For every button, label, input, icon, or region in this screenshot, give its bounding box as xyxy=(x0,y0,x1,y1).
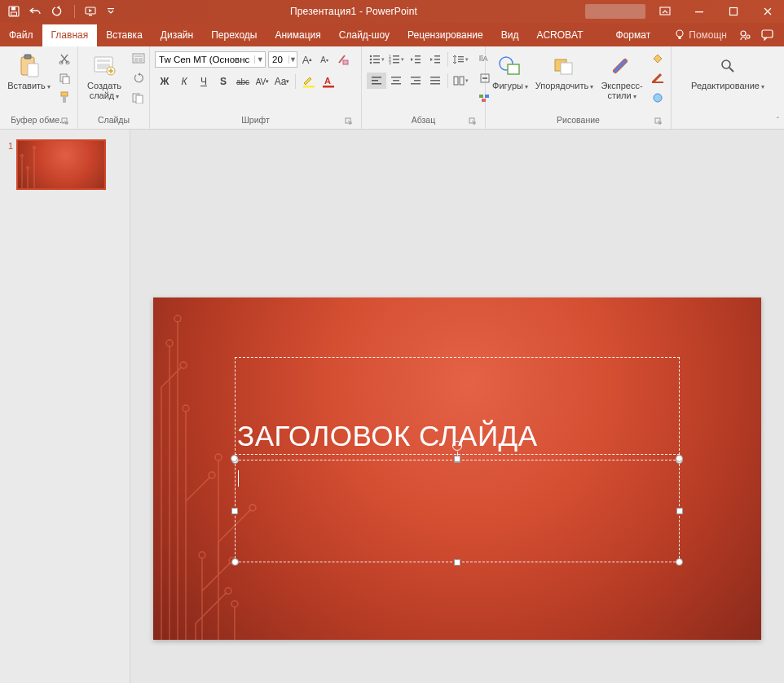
tab-review[interactable]: Рецензирование xyxy=(399,24,492,46)
increase-indent-icon[interactable] xyxy=(425,51,445,68)
line-spacing-icon[interactable] xyxy=(451,51,470,68)
numbering-icon[interactable]: 123 xyxy=(386,51,406,68)
editing-button[interactable]: Редактирование xyxy=(687,51,769,94)
svg-point-100 xyxy=(180,362,187,368)
arrange-button[interactable]: Упорядочить xyxy=(535,51,594,94)
resize-handle[interactable] xyxy=(231,558,239,566)
quick-styles-button[interactable]: Экспресс- стили xyxy=(599,51,645,104)
close-icon[interactable] xyxy=(753,0,782,23)
title-right xyxy=(585,0,784,23)
bold-button[interactable]: Ж xyxy=(155,73,174,90)
tab-animation[interactable]: Анимация xyxy=(266,24,329,46)
char-spacing-button[interactable]: AV ▾ xyxy=(253,73,272,90)
slide-canvas[interactable]: ЗАГОЛОВОК СЛАЙДА xyxy=(130,130,784,683)
font-size-combo[interactable]: ▼ xyxy=(268,51,297,68)
share-icon[interactable] xyxy=(735,25,755,45)
svg-point-89 xyxy=(21,155,24,157)
qat-customize-icon[interactable] xyxy=(106,4,116,19)
resize-handle[interactable] xyxy=(676,455,683,462)
title-placeholder[interactable]: ЗАГОЛОВОК СЛАЙДА xyxy=(235,357,680,455)
align-center-icon[interactable] xyxy=(386,73,406,89)
thumbnail-preview[interactable] xyxy=(16,139,106,190)
highlight-color-button[interactable] xyxy=(299,73,319,90)
comments-icon[interactable] xyxy=(758,25,777,45)
tab-slideshow[interactable]: Слайд-шоу xyxy=(330,24,399,46)
cut-icon[interactable] xyxy=(56,51,73,66)
find-icon xyxy=(720,53,736,79)
undo-icon[interactable] xyxy=(29,4,43,19)
tab-view[interactable]: Вид xyxy=(492,24,528,46)
format-painter-icon[interactable] xyxy=(56,90,73,105)
text-shadow-button[interactable]: S xyxy=(214,73,233,90)
new-slide-button[interactable]: Создать слайд xyxy=(83,51,126,104)
font-size-input[interactable] xyxy=(269,55,288,64)
subtitle-placeholder[interactable] xyxy=(235,460,680,562)
decrease-indent-icon[interactable] xyxy=(406,51,425,68)
chevron-down-icon[interactable]: ▼ xyxy=(254,55,265,64)
resize-handle[interactable] xyxy=(676,558,683,566)
svg-text:A: A xyxy=(324,76,331,86)
resize-handle[interactable] xyxy=(231,508,238,514)
tab-transitions[interactable]: Переходы xyxy=(202,24,266,46)
copy-icon[interactable] xyxy=(56,71,73,86)
shapes-button[interactable]: Фигуры xyxy=(491,51,530,94)
svg-point-98 xyxy=(215,454,222,460)
change-case-button[interactable]: Aa▾ xyxy=(272,73,292,90)
clear-formatting-icon[interactable] xyxy=(334,51,352,68)
save-icon[interactable] xyxy=(7,4,21,19)
paste-label: Вставить xyxy=(7,81,51,92)
tab-acrobat[interactable]: ACROBAT xyxy=(527,24,592,46)
svg-point-92 xyxy=(166,340,173,346)
shape-fill-icon[interactable] xyxy=(650,51,666,66)
tab-design[interactable]: Дизайн xyxy=(152,24,202,46)
layout-icon[interactable] xyxy=(129,51,150,66)
tell-me[interactable]: Помощн xyxy=(670,29,732,41)
slide[interactable]: ЗАГОЛОВОК СЛАЙДА xyxy=(153,297,761,640)
dialog-launcher-icon[interactable] xyxy=(654,117,664,127)
chevron-down-icon[interactable]: ▼ xyxy=(288,55,297,64)
resize-handle[interactable] xyxy=(676,508,683,514)
dialog-launcher-icon[interactable] xyxy=(345,117,355,127)
svg-rect-35 xyxy=(303,86,315,88)
svg-rect-34 xyxy=(343,60,348,64)
resize-handle[interactable] xyxy=(231,455,238,462)
dialog-launcher-icon[interactable] xyxy=(61,117,71,127)
bullets-icon[interactable] xyxy=(367,51,386,68)
font-name-input[interactable] xyxy=(156,55,254,64)
workspace: 1 xyxy=(0,130,784,683)
rotate-handle-icon[interactable] xyxy=(452,441,462,451)
tab-file[interactable]: Файл xyxy=(0,24,42,46)
columns-icon[interactable] xyxy=(451,73,470,89)
italic-button[interactable]: К xyxy=(174,73,194,90)
section-icon[interactable] xyxy=(129,90,150,105)
svg-rect-13 xyxy=(762,30,773,37)
dialog-launcher-icon[interactable] xyxy=(469,117,478,127)
shrink-font-icon[interactable]: A▾ xyxy=(317,51,332,68)
ribbon-display-options-icon[interactable] xyxy=(650,0,680,23)
paste-button[interactable]: Вставить xyxy=(5,51,53,94)
resize-handle[interactable] xyxy=(454,559,460,566)
underline-button[interactable]: Ч xyxy=(194,73,214,90)
redo-icon[interactable] xyxy=(51,4,65,19)
justify-icon[interactable] xyxy=(425,73,445,89)
user-account[interactable] xyxy=(585,4,645,19)
font-name-combo[interactable]: ▼ xyxy=(155,51,266,68)
grow-font-icon[interactable]: A▴ xyxy=(300,51,315,68)
strikethrough-button[interactable]: abc xyxy=(233,73,253,90)
align-right-icon[interactable] xyxy=(406,73,425,89)
minimize-icon[interactable] xyxy=(685,0,714,23)
slide-thumbnail-1[interactable]: 1 xyxy=(8,139,121,190)
shape-outline-icon[interactable] xyxy=(650,71,666,86)
reset-icon[interactable] xyxy=(129,71,150,86)
maximize-icon[interactable] xyxy=(719,0,748,23)
tab-format[interactable]: Формат xyxy=(607,24,660,46)
resize-handle[interactable] xyxy=(454,456,460,462)
align-left-icon[interactable] xyxy=(367,73,386,89)
collapse-ribbon-icon[interactable]: ˆ xyxy=(777,117,779,126)
start-from-beginning-icon[interactable] xyxy=(84,4,99,19)
tab-home[interactable]: Главная xyxy=(42,24,98,46)
font-color-button[interactable]: A xyxy=(319,73,338,90)
shape-effects-icon[interactable] xyxy=(650,90,666,105)
thumbnail-pane[interactable]: 1 xyxy=(0,130,130,683)
tab-insert[interactable]: Вставка xyxy=(97,24,152,46)
